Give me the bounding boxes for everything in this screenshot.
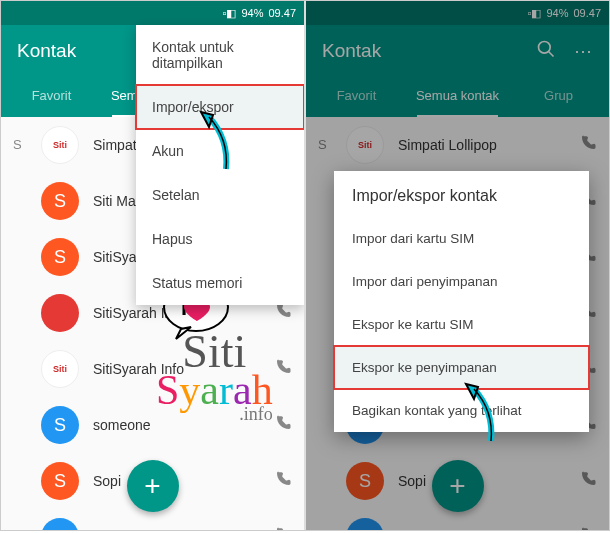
section-letter: S [13,137,22,152]
signal-icon: ▫◧ [528,7,542,20]
battery-text: 94% [241,7,263,19]
menu-display-contacts[interactable]: Kontak untuk ditampilkan [136,25,304,85]
menu-memory-status[interactable]: Status memori [136,261,304,305]
clock: 09.47 [573,7,601,19]
section-letter: S [318,137,327,152]
contact-name: Simpati Lollipop [398,137,579,153]
contact-name: Sopi [93,473,274,489]
battery-text: 94% [546,7,568,19]
menu-delete[interactable]: Hapus [136,217,304,261]
contact-name: support@hawkhost.com [398,529,579,530]
svg-line-3 [549,51,554,56]
contact-row[interactable]: Ssupport@hawkhost.com [1,509,304,530]
phone-left: ▫◧ 94% 09.47 Kontak Favorit Semua kontak… [1,1,304,530]
avatar: S [41,518,79,530]
phone-icon[interactable] [274,470,292,492]
tab-favorit[interactable]: Favorit [1,77,102,117]
avatar [41,294,79,332]
clock: 09.47 [268,7,296,19]
contact-row[interactable]: SitiSimpati Lollipop [306,117,609,173]
dialog-import-sim[interactable]: Impor dari kartu SIM [334,217,589,260]
avatar: S [41,238,79,276]
fab-add[interactable]: + [432,460,484,512]
tab-favorit[interactable]: Favorit [306,77,407,117]
contact-name: SitiSyarah Info [93,361,274,377]
avatar: S [346,462,384,500]
contact-row[interactable]: SitiSitiSyarah Info [1,341,304,397]
avatar: S [346,518,384,530]
fab-add[interactable]: + [127,460,179,512]
phone-icon[interactable] [274,526,292,530]
tab-grup[interactable]: Grup [508,77,609,117]
dialog-title: Impor/ekspor kontak [334,171,589,217]
phone-icon[interactable] [579,470,597,492]
arrow-annotation-left [191,109,241,179]
avatar: Siti [41,126,79,164]
app-bar: Kontak ⋯ [306,25,609,77]
contact-name: Sopi [398,473,579,489]
tab-semua[interactable]: Semua kontak [407,77,508,117]
contact-row[interactable]: Ssomeone [1,397,304,453]
dialog-import-storage[interactable]: Impor dari penyimpanan [334,260,589,303]
phone-icon[interactable] [274,302,292,324]
menu-settings[interactable]: Setelan [136,173,304,217]
svg-point-2 [539,41,551,53]
avatar: S [41,462,79,500]
arrow-annotation-right [456,381,506,451]
app-title: Kontak [322,40,381,62]
phone-icon[interactable] [274,358,292,380]
dialog-export-sim[interactable]: Ekspor ke kartu SIM [334,303,589,346]
phone-icon[interactable] [579,526,597,530]
status-bar: ▫◧ 94% 09.47 [1,1,304,25]
avatar: Siti [346,126,384,164]
app-title: Kontak [17,40,76,62]
tabs: Favorit Semua kontak Grup [306,77,609,117]
contact-row[interactable]: Ssupport@hawkhost.com [306,509,609,530]
phone-icon[interactable] [579,134,597,156]
search-icon[interactable] [536,39,556,64]
status-bar: ▫◧ 94% 09.47 [306,1,609,25]
contact-name: someone [93,417,274,433]
phone-icon[interactable] [274,414,292,436]
phone-right: ▫◧ 94% 09.47 Kontak ⋯ Favorit Semua kont… [306,1,609,530]
avatar: Siti [41,350,79,388]
contact-name: support@hawkhost.com [93,529,274,530]
avatar: S [41,406,79,444]
overflow-icon[interactable]: ⋯ [574,40,593,62]
avatar: S [41,182,79,220]
signal-icon: ▫◧ [223,7,237,20]
